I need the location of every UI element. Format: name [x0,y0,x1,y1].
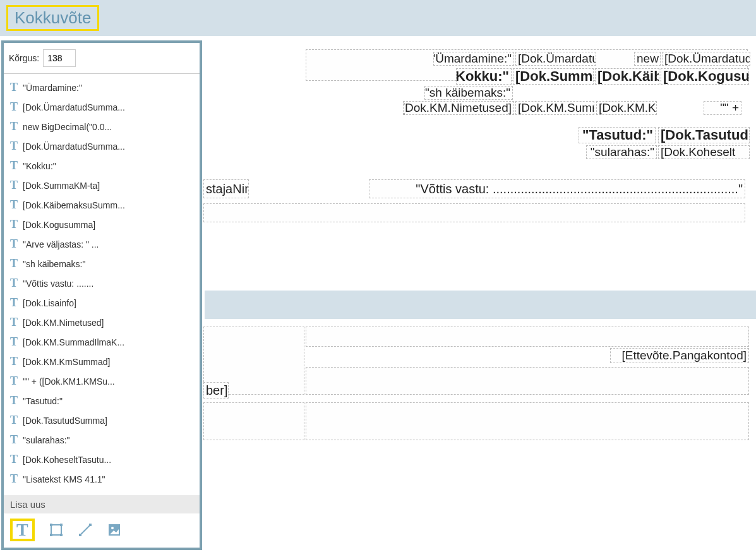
sidebar-item[interactable]: T[Dok.KäibemaksuSumm... [4,195,200,215]
section-header: Kokkuvõte [0,0,756,36]
field-ber[interactable]: ber] [203,382,229,399]
sidebar-item-label: "Võttis vastu: ....... [23,279,93,289]
svg-rect-6 [79,534,81,536]
sidebar-item[interactable]: T[Dok.KM.KmSummad] [4,352,200,371]
text-icon: T [10,335,18,349]
text-icon: T [10,198,18,212]
sidebar-item[interactable]: Tnew BigDecimal("0.0... [4,117,200,136]
field-umardamine-label[interactable]: "Ümardamine:" [433,52,514,66]
sidebar-item[interactable]: T[Dok.ÜmardatudSumma... [4,136,200,156]
text-icon: T [10,296,18,309]
text-icon: T [10,237,18,251]
svg-rect-7 [89,524,92,526]
field-foot-left2[interactable] [203,402,304,440]
sidebar-item[interactable]: T[Dok.KM.SummadIlmaK... [4,332,200,352]
field-foot-mid3[interactable] [306,402,749,440]
sidebar-item-label: [Dok.KM.Nimetused] [23,318,104,328]
field-newdec[interactable]: new [634,52,661,66]
field-sularahas-label[interactable]: "sularahas:" [586,145,657,159]
sidebar-panel: Kõrgus: T"Ümardamine:"T[Dok.ÜmardatudSum… [1,40,202,550]
sidebar-item-label: [Dok.ÜmardatudSumma... [23,102,125,112]
field-tasutud-label[interactable]: "Tasutud:" [579,127,656,143]
sidebar-item[interactable]: T"Võttis vastu: ....... [4,273,200,293]
sidebar-item[interactable]: T[Dok.Kogusumma] [4,215,200,234]
element-list: T"Ümardamine:"T[Dok.ÜmardatudSumma...Tne… [4,74,200,495]
sidebar-item[interactable]: T[Dok.KM.Nimetused] [4,313,200,332]
text-icon: T [10,316,18,329]
sidebar-item-label: [Dok.KäibemaksuSumm... [23,200,125,210]
sidebar-item[interactable]: T[Dok.KoheseltTasutu... [4,450,200,469]
sidebar-item[interactable]: T"Lisatekst KMS 41.1" [4,469,200,489]
text-icon: T [10,140,18,153]
svg-point-9 [111,527,114,529]
sidebar-item[interactable]: T[Dok.SummaKM-ta] [4,176,200,195]
field-km1[interactable]: "" + [704,101,741,115]
height-label: Kõrgus: [9,53,39,63]
sidebar-item-label: "Lisatekst KMS 41.1" [23,474,105,484]
sidebar-item-label: [Dok.SummaKM-ta] [23,181,100,191]
field-staja[interactable]: stajaNimi] [203,179,249,198]
field-umardatud2[interactable]: [Dok.Ümardatud [662,52,750,66]
field-pangakontod[interactable]: [Ettevõte.Pangakontod] [610,348,749,363]
section-title[interactable]: Kokkuvõte [6,5,99,31]
svg-rect-1 [50,524,52,526]
field-tasutud-val[interactable]: [Dok.Tasutud [658,127,750,143]
svg-rect-2 [60,524,63,526]
sidebar-item[interactable]: T[Dok.ÜmardatudSumma... [4,97,200,117]
sidebar-item[interactable]: T"Tasutud:" [4,391,200,411]
svg-rect-4 [60,534,63,536]
field-kaib[interactable]: [Dok.Käib [595,68,659,85]
add-new-label: Lisa uus [4,495,200,513]
sidebar-item-label: [Dok.KM.KmSummad] [23,357,110,367]
field-sh-label[interactable]: "sh käibemaks:" [424,86,513,100]
field-koheselt[interactable]: [Dok.Koheselt [658,145,750,159]
svg-line-5 [80,525,90,535]
sidebar-item-label: [Dok.Kogusumma] [23,220,95,230]
sidebar-item-label: [Dok.Lisainfo] [23,298,76,308]
text-icon: T [10,179,18,192]
sidebar-item[interactable]: T"" + ([Dok.KM1.KMSu... [4,371,200,391]
sidebar-item-label: "Tasutud:" [23,396,63,406]
sidebar-item[interactable]: T"Ümardamine:" [4,78,200,97]
field-foot-mid[interactable] [306,327,749,347]
sidebar-item-label: "Ümardamine:" [23,83,82,93]
sidebar-item[interactable]: T"Arve väljastas: " ... [4,234,200,254]
image-tool-icon[interactable] [107,522,122,537]
field-umardatud1[interactable]: [Dok.Ümardatud [515,52,596,66]
tool-palette: T [4,513,200,548]
field-km-summ[interactable]: [Dok.KM.Summ [515,101,594,115]
text-icon: T [10,277,18,290]
height-input[interactable] [43,49,76,67]
line-tool-icon[interactable] [78,522,93,537]
field-kogusu[interactable]: [Dok.Kogusu [661,68,749,85]
sidebar-item[interactable]: T"sularahas:" [4,430,200,450]
text-icon: T [10,120,18,133]
field-km-kn[interactable]: [Dok.KM.Kn [596,101,657,115]
sidebar-item-label: [Dok.TasutudSumma] [23,416,107,426]
sidebar-item[interactable]: T"Kokku:" [4,156,200,176]
text-icon: T [10,375,18,388]
field-km-nim[interactable]: [Dok.KM.Nimetused] [403,101,514,115]
sidebar-item-label: new BigDecimal("0.0... [23,122,112,132]
sidebar-item[interactable]: T[Dok.TasutudSumma] [4,411,200,430]
sidebar-item[interactable]: T[Dok.Lisainfo] [4,293,200,313]
field-kokku-label[interactable]: "Kokku:" [456,68,512,85]
sidebar-item[interactable]: T"sh käibemaks:" [4,254,200,273]
text-icon: T [10,257,18,270]
field-foot-mid2[interactable] [306,367,749,395]
field-summa-km[interactable]: [Dok.Summa [513,68,594,85]
text-icon: T [10,414,18,427]
footer-block: [Ettevõte.Pangakontod] ber] [205,324,756,450]
sidebar-item-label: "sularahas:" [23,435,70,445]
sidebar-item-label: [Dok.KM.SummadIlmaK... [23,337,124,347]
height-control: Kõrgus: [4,43,200,74]
text-tool-icon[interactable]: T [10,519,35,541]
summary-block: "Ümardamine:" [Dok.Ümardatud new [Dok.Üm… [205,44,756,227]
field-vottis[interactable]: "Võttis vastu: .........................… [369,179,745,198]
sidebar-item-label: [Dok.KoheseltTasutu... [23,455,111,465]
field-lisainfo[interactable] [203,203,745,222]
sidebar-item-label: [Dok.ÜmardatudSumma... [23,141,125,152]
rectangle-tool-icon[interactable] [49,522,64,537]
section-bar-2[interactable] [205,291,756,319]
text-icon: T [10,394,18,407]
